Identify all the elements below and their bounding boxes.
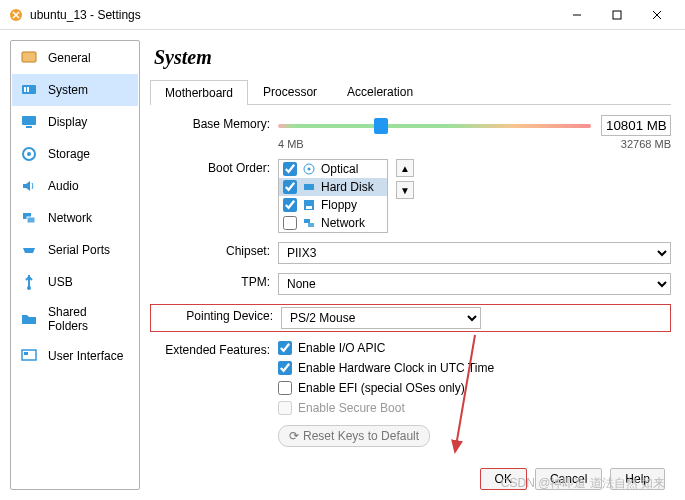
memory-value-input[interactable] — [601, 115, 671, 136]
feat-io-apic[interactable]: Enable I/O APIC — [278, 341, 671, 355]
svg-point-10 — [27, 152, 31, 156]
sidebar-item-display[interactable]: Display — [12, 106, 138, 138]
boot-item-harddisk[interactable]: Hard Disk — [279, 178, 387, 196]
sidebar-item-label: General — [48, 51, 91, 65]
svg-rect-22 — [308, 223, 314, 227]
boot-check-network[interactable] — [283, 216, 297, 230]
close-button[interactable] — [637, 1, 677, 29]
network-icon — [20, 209, 38, 227]
sidebar-item-network[interactable]: Network — [12, 202, 138, 234]
reset-icon: ⟳ — [289, 429, 299, 443]
tpm-select[interactable]: None — [278, 273, 671, 295]
sidebar-item-user-interface[interactable]: User Interface — [12, 340, 138, 372]
svg-rect-8 — [26, 126, 32, 128]
sidebar-item-label: USB — [48, 275, 73, 289]
memory-slider[interactable] — [278, 118, 591, 134]
app-icon — [8, 7, 24, 23]
sidebar-item-general[interactable]: General — [12, 42, 138, 74]
sidebar-item-label: Shared Folders — [48, 305, 130, 333]
sidebar-item-label: Display — [48, 115, 87, 129]
main-panel: System Motherboard Processor Acceleratio… — [150, 40, 675, 490]
svg-rect-5 — [24, 87, 26, 92]
pointing-device-select[interactable]: PS/2 Mouse — [281, 307, 481, 329]
floppy-icon — [302, 198, 316, 212]
boot-move-up[interactable]: ▲ — [396, 159, 414, 177]
memory-max-label: 32768 MB — [621, 138, 671, 150]
svg-point-17 — [308, 168, 311, 171]
sidebar-item-label: Network — [48, 211, 92, 225]
svg-rect-7 — [22, 116, 36, 125]
boot-item-label: Optical — [321, 162, 358, 176]
boot-item-label: Network — [321, 216, 365, 230]
boot-item-network[interactable]: Network — [279, 214, 387, 232]
svg-rect-12 — [27, 217, 35, 223]
boot-item-label: Hard Disk — [321, 180, 374, 194]
bootnet-icon — [302, 216, 316, 230]
minimize-button[interactable] — [557, 1, 597, 29]
boot-check-floppy[interactable] — [283, 198, 297, 212]
folder-icon — [20, 310, 38, 328]
svg-rect-6 — [27, 87, 29, 92]
boot-move-down[interactable]: ▼ — [396, 181, 414, 199]
storage-icon — [20, 145, 38, 163]
reset-keys-button: ⟳ Reset Keys to Default — [278, 425, 430, 447]
sidebar-item-label: Audio — [48, 179, 79, 193]
general-icon — [20, 49, 38, 67]
feat-utc-clock[interactable]: Enable Hardware Clock in UTC Time — [278, 361, 671, 375]
svg-rect-15 — [24, 352, 28, 355]
sidebar-item-usb[interactable]: USB — [12, 266, 138, 298]
titlebar: ubuntu_13 - Settings — [0, 0, 685, 30]
svg-point-13 — [27, 286, 31, 290]
boot-item-floppy[interactable]: Floppy — [279, 196, 387, 214]
sidebar-item-label: Storage — [48, 147, 90, 161]
usb-icon — [20, 273, 38, 291]
boot-order-label: Boot Order: — [150, 159, 278, 175]
sidebar-item-label: Serial Ports — [48, 243, 110, 257]
svg-rect-2 — [613, 11, 621, 19]
sidebar-item-shared-folders[interactable]: Shared Folders — [12, 298, 138, 340]
tab-bar: Motherboard Processor Acceleration — [150, 79, 671, 105]
system-icon — [20, 81, 38, 99]
sidebar-item-system[interactable]: System — [12, 74, 138, 106]
tpm-label: TPM: — [150, 273, 278, 289]
svg-rect-21 — [304, 219, 310, 223]
feat-secure-boot: Enable Secure Boot — [278, 401, 671, 415]
boot-check-harddisk[interactable] — [283, 180, 297, 194]
feat-efi[interactable]: Enable EFI (special OSes only) — [278, 381, 671, 395]
ui-icon — [20, 347, 38, 365]
tab-motherboard[interactable]: Motherboard — [150, 80, 248, 105]
boot-item-optical[interactable]: Optical — [279, 160, 387, 178]
chipset-select[interactable]: PIIX3 — [278, 242, 671, 264]
svg-rect-3 — [22, 52, 36, 62]
base-memory-label: Base Memory: — [150, 115, 278, 131]
sidebar-item-label: User Interface — [48, 349, 123, 363]
display-icon — [20, 113, 38, 131]
boot-item-label: Floppy — [321, 198, 357, 212]
sidebar-item-storage[interactable]: Storage — [12, 138, 138, 170]
watermark: CSDN @神即道 道法自然 如来 — [501, 475, 665, 492]
svg-rect-20 — [306, 206, 312, 209]
serial-icon — [20, 241, 38, 259]
chipset-label: Chipset: — [150, 242, 278, 258]
boot-order-list[interactable]: Optical Hard Disk Floppy — [278, 159, 388, 233]
boot-check-optical[interactable] — [283, 162, 297, 176]
sidebar-item-label: System — [48, 83, 88, 97]
sidebar-item-serial-ports[interactable]: Serial Ports — [12, 234, 138, 266]
extended-features-label: Extended Features: — [150, 341, 278, 357]
optical-icon — [302, 162, 316, 176]
page-title: System — [154, 46, 671, 69]
sidebar-item-audio[interactable]: Audio — [12, 170, 138, 202]
window-title: ubuntu_13 - Settings — [30, 8, 557, 22]
tab-processor[interactable]: Processor — [248, 79, 332, 104]
tab-acceleration[interactable]: Acceleration — [332, 79, 428, 104]
memory-min-label: 4 MB — [278, 138, 304, 150]
settings-sidebar: General System Display Storage Audio Net… — [10, 40, 140, 490]
audio-icon — [20, 177, 38, 195]
maximize-button[interactable] — [597, 1, 637, 29]
pointing-device-label: Pointing Device: — [153, 307, 281, 323]
harddisk-icon — [302, 180, 316, 194]
svg-rect-18 — [304, 184, 314, 190]
